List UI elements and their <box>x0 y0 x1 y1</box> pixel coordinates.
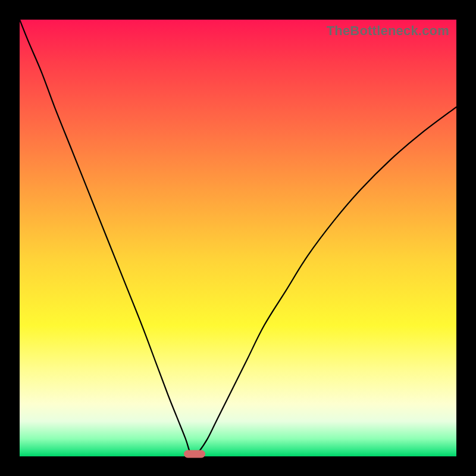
chart-frame: TheBottleneck.com <box>0 0 476 476</box>
bottleneck-marker <box>184 450 205 458</box>
plot-area: TheBottleneck.com <box>20 20 456 456</box>
curve-svg <box>20 20 456 456</box>
curve-right <box>195 107 456 456</box>
curve-left <box>20 20 195 456</box>
